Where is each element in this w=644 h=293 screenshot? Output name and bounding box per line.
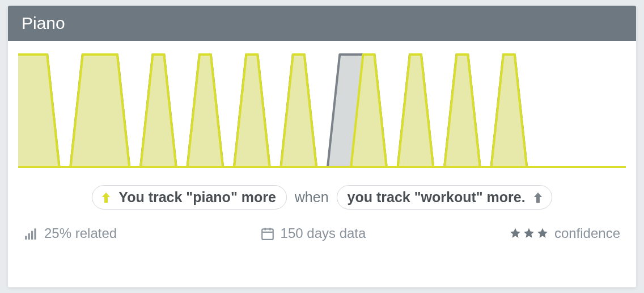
insight-connector: when [295,189,329,206]
svg-rect-3 [34,228,36,240]
insight-row: You track "piano" more when you track "w… [8,170,636,220]
primary-pill[interactable]: You track "piano" more [92,185,286,210]
insight-card: Piano You track "piano" more when you tr… [8,6,636,287]
confidence-text: confidence [554,225,620,241]
card-title: Piano [22,14,65,32]
arrow-up-icon [531,191,545,204]
star-icon [523,227,535,240]
correlation-chart [18,51,626,170]
related-stat: 25% related [24,225,117,241]
svg-rect-2 [31,231,33,240]
calendar-icon [260,226,275,241]
bars-icon [24,226,39,241]
primary-pill-text: You track "piano" more [118,189,276,206]
chart-area-piano [18,55,626,167]
svg-rect-4 [262,229,273,239]
card-header: Piano [8,6,636,41]
star-icon [509,227,522,240]
stats-row: 25% related 150 days data confidence [8,220,636,255]
secondary-pill-text: you track "workout" more. [348,189,526,206]
svg-rect-0 [25,236,27,240]
confidence-stars [509,227,549,240]
secondary-pill[interactable]: you track "workout" more. [337,185,552,210]
svg-rect-1 [28,233,30,240]
chart-region [8,41,636,170]
arrow-up-icon [99,191,113,204]
related-text: 25% related [44,225,117,241]
days-text: 150 days data [281,225,366,241]
confidence-stat: confidence [509,225,620,241]
days-stat: 150 days data [260,225,366,241]
star-icon [536,227,549,240]
